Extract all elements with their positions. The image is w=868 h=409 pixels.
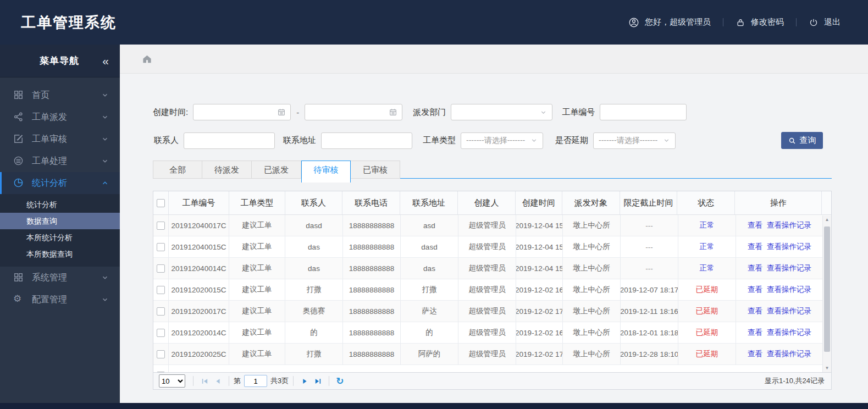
checkbox-cell <box>153 344 169 364</box>
delay-select[interactable]: -------请选择------- <box>593 132 676 149</box>
submenu-item-station-stats[interactable]: 本所统计分析 <box>0 229 120 246</box>
sidebar-item-label: 工单处理 <box>32 156 67 167</box>
filter-row-1: 创建时间: - 派发部门 <box>153 104 832 120</box>
select-all-checkbox[interactable] <box>157 199 165 207</box>
search-button[interactable]: 查询 <box>781 132 823 149</box>
tab-pending-dispatch[interactable]: 待派发 <box>202 161 252 179</box>
create-time-end-input[interactable] <box>305 104 402 120</box>
breadcrumb <box>120 45 868 74</box>
view-link[interactable]: 查看 <box>748 285 762 295</box>
table-scrollbar[interactable]: ▲ ▼ <box>822 215 831 372</box>
scroll-down-icon[interactable]: ▼ <box>823 366 831 371</box>
cell-type: 建议工单 <box>229 215 285 236</box>
submenu-item-data-query[interactable]: 数据查询 <box>0 213 120 229</box>
sidebar-collapse-button[interactable]: « <box>102 55 109 67</box>
row-checkbox[interactable] <box>157 264 165 273</box>
page-number-input[interactable] <box>244 375 267 387</box>
cell-status: 已延期 <box>678 322 736 343</box>
submenu-item-stats-analysis[interactable]: 统计分析 <box>0 196 120 213</box>
view-record-link[interactable]: 查看操作记录 <box>767 220 811 230</box>
sidebar-item-review[interactable]: 工单审核 <box>0 128 120 150</box>
view-record-link[interactable]: 查看操作记录 <box>767 328 811 338</box>
cell-status: 已延期 <box>678 279 736 300</box>
delay-value: -------请选择------- <box>599 136 657 146</box>
address-input[interactable] <box>321 132 412 149</box>
change-password-label: 修改密码 <box>751 17 784 27</box>
sidebar-item-process[interactable]: 工单处理 <box>0 150 120 172</box>
view-record-link[interactable]: 查看操作记录 <box>767 263 811 273</box>
cell-created: 2019-12-04 15 <box>516 258 563 279</box>
dispatch-dept-select[interactable] <box>451 104 552 120</box>
prev-page-button[interactable] <box>213 376 223 386</box>
tab-all[interactable]: 全部 <box>153 161 202 179</box>
greeting-label: 您好，超级管理员 <box>645 17 711 27</box>
order-no-input[interactable] <box>600 104 687 120</box>
row-checkbox[interactable] <box>157 243 165 251</box>
order-type-value: -------请选择------- <box>466 136 525 146</box>
cell-address: das <box>401 258 458 279</box>
next-page-button[interactable] <box>300 376 309 386</box>
sidebar-item-system[interactable]: 系统管理 <box>0 267 120 289</box>
logout-button[interactable]: 退出 <box>797 17 853 27</box>
page-size-select[interactable]: 10 <box>159 374 185 388</box>
refresh-button[interactable]: ↻ <box>336 377 344 386</box>
cell-target: 墩上中心所 <box>563 279 621 300</box>
first-page-button[interactable] <box>200 376 209 386</box>
home-icon[interactable] <box>142 54 152 64</box>
sidebar-item-home[interactable]: 首页 <box>0 84 120 106</box>
view-link[interactable]: 查看 <box>748 328 762 338</box>
tab-dispatched[interactable]: 已派发 <box>252 161 301 179</box>
view-record-link[interactable]: 查看操作记录 <box>767 285 811 295</box>
view-link[interactable]: 查看 <box>748 349 762 359</box>
table-row: 201912040015C建议工单das18888888888dasd超级管理员… <box>153 236 831 258</box>
view-record-link[interactable]: 查看操作记录 <box>767 306 811 316</box>
scrollbar-thumb[interactable] <box>824 226 830 352</box>
scroll-up-icon[interactable]: ▲ <box>823 217 831 222</box>
cell-operations: 查看查看操作记录 <box>736 279 823 300</box>
column-header: 创建人 <box>458 191 516 214</box>
row-checkbox[interactable] <box>157 329 165 337</box>
grid-icon <box>13 90 24 101</box>
view-link[interactable]: 查看 <box>748 263 762 273</box>
sidebar-item-stats[interactable]: 统计分析 <box>0 172 120 194</box>
tab-reviewed[interactable]: 已审核 <box>351 161 400 179</box>
cell-deadline: 2019-12-28 18:10 <box>621 344 678 364</box>
row-checkbox[interactable] <box>157 350 165 358</box>
edit-icon <box>13 134 24 145</box>
tab-pending-review[interactable]: 待审核 <box>301 161 351 183</box>
submenu-item-station-data-query[interactable]: 本所数据查询 <box>0 246 120 262</box>
sidebar-item-dispatch[interactable]: 工单派发 <box>0 106 120 128</box>
view-record-link[interactable]: 查看操作记录 <box>767 242 811 252</box>
cell-order-no: 201912040015C <box>169 236 229 257</box>
row-checkbox[interactable] <box>157 222 165 230</box>
change-password-button[interactable]: 修改密码 <box>723 17 796 27</box>
row-checkbox[interactable] <box>157 286 165 294</box>
cell-target: 墩上中心所 <box>563 344 621 364</box>
cell-order-no: 201912020015C <box>169 279 229 300</box>
checkbox-cell <box>153 258 169 279</box>
cell-phone: 18888888888 <box>343 279 401 300</box>
cell-address: 的 <box>401 322 458 343</box>
cell-target: 墩上中心所 <box>563 301 621 322</box>
table-row: 201912020015C建议工单打撒18888888888打撒超级管理员201… <box>153 279 831 301</box>
cell-creator: 超级管理员 <box>458 279 516 300</box>
row-checkbox[interactable] <box>157 307 165 316</box>
create-time-start-input[interactable] <box>193 104 291 120</box>
sidebar-submenu: 统计分析数据查询本所统计分析本所数据查询 <box>0 194 120 267</box>
view-link[interactable]: 查看 <box>748 242 762 252</box>
cell-operations: 查看查看操作记录 <box>736 344 823 364</box>
chevron-down-icon <box>101 113 109 121</box>
order-type-select[interactable]: -------请选择------- <box>461 132 543 149</box>
last-page-button[interactable] <box>313 376 323 386</box>
view-link[interactable]: 查看 <box>748 220 762 230</box>
row-checkbox[interactable] <box>157 372 165 373</box>
sidebar-item-label: 统计分析 <box>32 178 67 189</box>
sidebar-item-config[interactable]: ⚙配置管理 <box>0 289 120 311</box>
contact-input[interactable] <box>184 132 275 149</box>
sidebar-item-label: 工单审核 <box>32 134 67 145</box>
filter-row-2: 联系人 联系地址 工单类型 -------请选择------- 是否延期 ---… <box>153 132 832 149</box>
header-filler <box>822 191 831 214</box>
chevron-up-icon <box>101 179 109 187</box>
view-record-link[interactable]: 查看操作记录 <box>767 349 811 359</box>
view-link[interactable]: 查看 <box>748 306 762 316</box>
